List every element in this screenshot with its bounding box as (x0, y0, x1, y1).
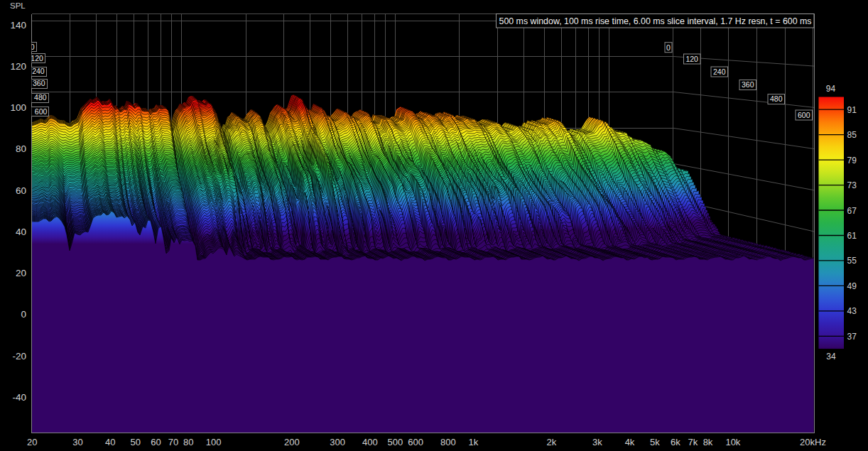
svg-text:55: 55 (847, 256, 857, 266)
svg-text:85: 85 (847, 130, 857, 140)
svg-text:480: 480 (770, 94, 783, 103)
svg-text:30: 30 (72, 437, 82, 447)
svg-text:20: 20 (27, 437, 37, 447)
svg-text:43: 43 (847, 306, 857, 316)
svg-text:600: 600 (798, 111, 810, 119)
svg-text:67: 67 (847, 206, 857, 216)
svg-text:120: 120 (10, 61, 26, 72)
svg-text:94: 94 (826, 84, 836, 94)
svg-text:SPL: SPL (10, 1, 26, 10)
svg-text:6k: 6k (671, 437, 680, 447)
svg-text:-40: -40 (12, 392, 26, 403)
svg-text:60: 60 (16, 185, 26, 196)
svg-text:3k: 3k (592, 437, 602, 447)
svg-text:70: 70 (168, 437, 178, 447)
svg-text:300: 300 (330, 437, 345, 447)
svg-text:40: 40 (105, 437, 115, 447)
svg-text:0: 0 (666, 43, 671, 52)
svg-text:5k: 5k (650, 437, 660, 447)
svg-text:200: 200 (284, 437, 300, 447)
svg-text:79: 79 (847, 156, 857, 165)
svg-text:91: 91 (847, 105, 857, 115)
svg-text:1k: 1k (468, 437, 478, 447)
svg-text:360: 360 (742, 80, 754, 89)
svg-text:40: 40 (16, 227, 26, 237)
svg-text:4k: 4k (625, 437, 635, 447)
svg-text:360: 360 (33, 79, 45, 87)
svg-text:73: 73 (847, 180, 857, 190)
svg-text:10k: 10k (725, 437, 740, 447)
svg-text:20kHz: 20kHz (800, 437, 826, 447)
svg-text:400: 400 (362, 437, 378, 447)
svg-text:240: 240 (32, 67, 45, 75)
svg-text:34: 34 (826, 352, 836, 362)
svg-text:20: 20 (16, 268, 26, 278)
svg-text:7k: 7k (688, 437, 698, 447)
svg-text:50: 50 (130, 437, 140, 447)
svg-text:61: 61 (847, 231, 857, 241)
svg-text:-20: -20 (12, 351, 26, 362)
svg-text:100: 100 (10, 102, 26, 113)
svg-text:120: 120 (31, 54, 43, 63)
svg-text:240: 240 (713, 67, 726, 76)
svg-text:80: 80 (183, 437, 193, 447)
svg-text:600: 600 (35, 107, 48, 116)
svg-text:800: 800 (440, 437, 456, 447)
svg-text:37: 37 (847, 332, 857, 342)
svg-text:0: 0 (21, 309, 26, 320)
svg-text:120: 120 (685, 55, 698, 63)
svg-text:500 ms window, 100 ms rise tim: 500 ms window, 100 ms rise time, 6.00 ms… (499, 16, 812, 26)
svg-text:2k: 2k (547, 437, 557, 447)
svg-text:500: 500 (387, 437, 403, 447)
svg-text:49: 49 (847, 281, 857, 291)
svg-text:100: 100 (206, 437, 222, 447)
svg-text:480: 480 (34, 93, 47, 102)
svg-text:60: 60 (151, 437, 161, 447)
svg-text:8k: 8k (703, 437, 713, 447)
svg-text:140: 140 (10, 20, 26, 31)
svg-text:80: 80 (16, 143, 26, 154)
svg-text:600: 600 (408, 437, 423, 447)
